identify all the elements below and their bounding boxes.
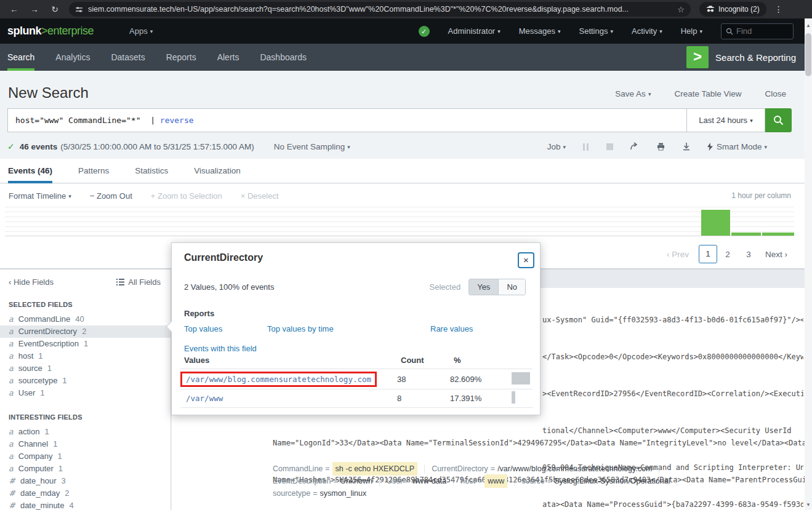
- url-text[interactable]: siem.commensurate.tech/en-US/app/search/…: [88, 5, 672, 14]
- page-scrollbar[interactable]: ▲ ▼: [805, 18, 812, 510]
- field-count: 1: [53, 439, 57, 448]
- search-query-input[interactable]: host="www" CommandLine="*" | reverse: [7, 108, 686, 132]
- timeline-bar-small-1[interactable]: [731, 233, 761, 236]
- event-sampling-menu[interactable]: No Event Sampling▾: [274, 142, 350, 151]
- job-done-check-icon: ✓: [7, 141, 15, 151]
- scroll-down-icon[interactable]: ▼: [805, 501, 812, 509]
- back-icon[interactable]: ←: [8, 4, 20, 14]
- create-table-view-button[interactable]: Create Table View: [674, 89, 741, 98]
- app-identity[interactable]: > Search & Reporting: [686, 46, 796, 68]
- query-text: host="www" CommandLine="*" |: [15, 116, 160, 125]
- help-menu[interactable]: Help▾: [681, 26, 702, 36]
- splunk-logo[interactable]: splunk>enterprise: [7, 25, 94, 38]
- scroll-up-icon[interactable]: ▲: [805, 22, 812, 30]
- field-type: a: [9, 314, 14, 324]
- field-row-user[interactable]: aUser1: [0, 387, 171, 399]
- tab-statistics[interactable]: Statistics: [135, 159, 168, 183]
- share-icon[interactable]: [630, 142, 640, 151]
- settings-menu[interactable]: Settings▾: [579, 26, 614, 36]
- page-3-button[interactable]: 3: [738, 250, 759, 259]
- field-row-commandline[interactable]: aCommandLine40: [0, 313, 171, 325]
- apps-menu[interactable]: Apps▾: [129, 26, 153, 36]
- nav-item-alerts[interactable]: Alerts: [217, 44, 239, 71]
- format-timeline-menu[interactable]: Format Timeline▾: [9, 191, 71, 201]
- events-with-field-link[interactable]: Events with this field: [172, 335, 540, 353]
- field-row-channel[interactable]: aChannel1: [0, 438, 171, 450]
- close-button[interactable]: Close: [765, 89, 786, 98]
- nav-item-datasets[interactable]: Datasets: [111, 44, 145, 71]
- tab-patterns[interactable]: Patterns: [78, 159, 109, 183]
- tab-events[interactable]: Events (46): [8, 159, 52, 183]
- splunk-search-page: ← → ↻ siem.commensurate.tech/en-US/app/s…: [0, 0, 812, 510]
- field-name: Company: [18, 452, 53, 461]
- selected-no-button[interactable]: No: [499, 279, 525, 295]
- timeline-scale-note: 1 hour per column: [731, 191, 791, 200]
- health-check-icon[interactable]: ✓: [419, 26, 430, 37]
- find-input[interactable]: [736, 26, 786, 36]
- save-as-menu[interactable]: Save As▾: [615, 89, 651, 98]
- zoom-out-button[interactable]: − Zoom Out: [90, 191, 132, 201]
- field-row-eventdescription[interactable]: aEventDescription1: [0, 338, 171, 350]
- browser-menu-icon[interactable]: ⋮: [774, 4, 783, 14]
- site-settings-icon[interactable]: [75, 6, 83, 14]
- field-value[interactable]: sysmon_linux: [320, 487, 366, 500]
- field-value[interactable]: /var/www/blog.commensuratetechnology.com: [497, 463, 652, 475]
- event-count[interactable]: 46 events: [20, 142, 58, 151]
- popup-close-button[interactable]: ×: [518, 252, 534, 268]
- field-row-action[interactable]: aaction1: [0, 426, 171, 438]
- caret-down-icon: ▾: [610, 28, 613, 34]
- reload-icon[interactable]: ↻: [49, 4, 61, 14]
- field-value[interactable]: www-data: [412, 475, 447, 487]
- nav-item-analytics[interactable]: Analytics: [55, 44, 90, 71]
- field-row-company[interactable]: aCompany1: [0, 450, 171, 463]
- field-value-highlighted[interactable]: www: [484, 474, 507, 488]
- scrollbar-thumb[interactable]: [805, 33, 811, 76]
- all-fields-button[interactable]: All Fields: [116, 277, 161, 287]
- hide-fields-button[interactable]: ‹ Hide Fields: [9, 277, 54, 287]
- value-link-highlighted-red[interactable]: /var/www/blog.commensuratetechnology.com: [180, 372, 377, 387]
- timeline-bar-large[interactable]: [701, 210, 730, 236]
- field-row-host[interactable]: ahost1: [0, 350, 171, 362]
- search-submit-button[interactable]: [765, 108, 792, 132]
- field-row-sourcetype[interactable]: asourcetype1: [0, 375, 171, 387]
- administrator-menu[interactable]: Administrator▾: [448, 26, 500, 36]
- event-timeline-chart[interactable]: [5, 207, 794, 236]
- print-icon[interactable]: [656, 142, 665, 151]
- field-row-source[interactable]: asource1: [0, 362, 171, 375]
- selected-yes-button[interactable]: Yes: [469, 279, 499, 295]
- page-2-button[interactable]: 2: [717, 250, 738, 259]
- page-1-button[interactable]: 1: [699, 245, 717, 263]
- bookmark-star-icon[interactable]: ☆: [677, 5, 685, 14]
- field-row-date-mday[interactable]: #date_mday2: [0, 487, 171, 500]
- activity-menu[interactable]: Activity▾: [632, 26, 662, 36]
- address-bar[interactable]: siem.commensurate.tech/en-US/app/search/…: [69, 2, 691, 17]
- find-box[interactable]: [721, 23, 794, 39]
- next-page-button[interactable]: Next ›: [765, 250, 787, 259]
- top-values-by-time-link[interactable]: Top values by time: [267, 324, 334, 333]
- tab-visualization[interactable]: Visualization: [194, 159, 241, 183]
- value-link[interactable]: /var/www: [186, 394, 223, 403]
- timeline-bar-small-2[interactable]: [762, 233, 794, 236]
- job-menu[interactable]: Job▾: [547, 142, 566, 151]
- field-type: a: [9, 452, 14, 461]
- export-icon[interactable]: [682, 142, 691, 151]
- fields-sidebar: ‹ Hide Fields All Fields SELECTED FIELDS…: [0, 269, 171, 510]
- incognito-badge[interactable]: Incognito (2): [699, 2, 766, 17]
- field-row-date-minute[interactable]: #date_minute4: [0, 500, 171, 510]
- field-row-currentdirectory[interactable]: aCurrentDirectory2: [0, 325, 171, 338]
- nav-item-search[interactable]: Search: [7, 44, 34, 71]
- field-value[interactable]: Syslog:Linux-Sysmon/Operational: [554, 475, 670, 487]
- smart-mode-menu[interactable]: Smart Mode▾: [707, 142, 767, 151]
- timeline-controls: Format Timeline▾ − Zoom Out + Zoom to Se…: [0, 185, 805, 206]
- messages-menu[interactable]: Messages▾: [519, 26, 561, 36]
- field-value-highlighted[interactable]: sh -c echo HXEKDCLP: [332, 462, 418, 476]
- nav-item-reports[interactable]: Reports: [166, 44, 196, 71]
- forward-icon[interactable]: →: [28, 4, 41, 14]
- time-range-picker[interactable]: Last 24 hours▾: [686, 108, 765, 132]
- field-row-date-hour[interactable]: #date_hour3: [0, 475, 171, 487]
- top-values-link[interactable]: Top values: [184, 324, 222, 333]
- field-value[interactable]: Unknown: [340, 475, 372, 487]
- nav-item-dashboards[interactable]: Dashboards: [260, 44, 307, 71]
- field-row-computer[interactable]: aComputer1: [0, 463, 171, 475]
- rare-values-link[interactable]: Rare values: [430, 324, 473, 333]
